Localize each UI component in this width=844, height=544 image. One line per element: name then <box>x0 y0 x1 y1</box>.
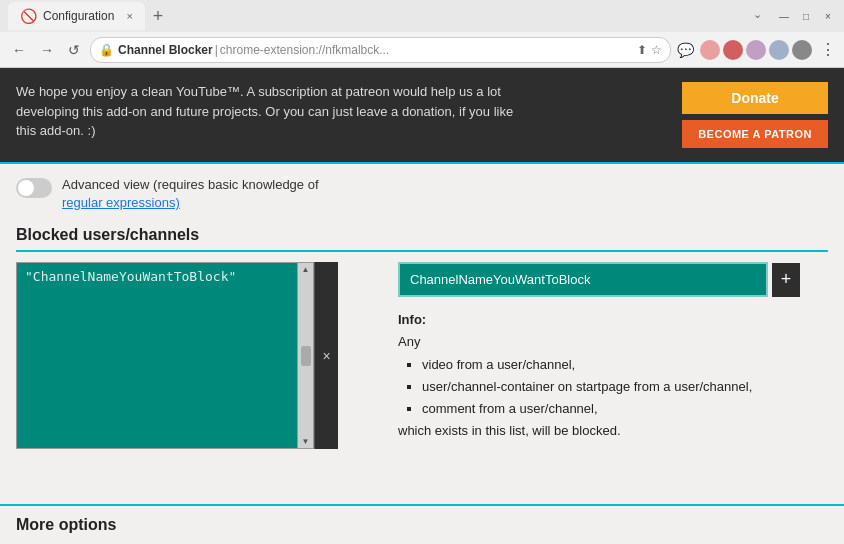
browser-menu-button[interactable]: ⋮ <box>820 40 836 59</box>
lock-icon: 🔒 <box>99 43 114 57</box>
scroll-up-arrow[interactable]: ▲ <box>302 265 310 274</box>
profile-dot-4[interactable] <box>769 40 789 60</box>
extension-icon: 🚫 <box>20 8 37 24</box>
channel-list-wrapper: "ChannelNameYouWantToBlock" ▲ ▼ × <box>16 262 338 449</box>
advanced-toggle-row: Advanced view (requires basic knowledge … <box>16 176 828 212</box>
advanced-label-text: Advanced view (requires basic knowledge … <box>62 177 319 192</box>
profile-dot-3[interactable] <box>746 40 766 60</box>
page-content: We hope you enjoy a clean YouTube™. A su… <box>0 68 844 544</box>
banner-buttons: Donate BECOME A PATRON <box>682 82 828 148</box>
profile-dot-2[interactable] <box>723 40 743 60</box>
chat-icon[interactable]: 💬 <box>677 42 694 58</box>
blocked-area: "ChannelNameYouWantToBlock" ▲ ▼ × + <box>16 262 828 449</box>
bookmark-icon[interactable]: ☆ <box>651 43 662 57</box>
address-separator: | <box>215 43 218 57</box>
add-channel-button[interactable]: + <box>772 263 800 297</box>
profile-dots <box>700 40 812 60</box>
donation-banner: We hope you enjoy a clean YouTube™. A su… <box>0 68 844 164</box>
forward-button[interactable]: → <box>36 38 58 62</box>
toggle-slider <box>16 178 52 198</box>
advanced-view-toggle[interactable] <box>16 178 52 198</box>
info-box: Info: Any video from a user/channel, use… <box>398 309 828 442</box>
list-item: "ChannelNameYouWantToBlock" <box>21 267 293 286</box>
main-area: Advanced view (requires basic knowledge … <box>0 164 844 504</box>
tab-title: Configuration <box>43 9 114 23</box>
info-footer: which exists in this list, will be block… <box>398 423 621 438</box>
minimize-button[interactable]: — <box>776 8 792 24</box>
info-item-1: video from a user/channel, <box>422 354 828 376</box>
donate-button[interactable]: Donate <box>682 82 828 114</box>
info-item-2: user/channel-container on startpage from… <box>422 376 828 398</box>
share-icon[interactable]: ⬆ <box>637 43 647 57</box>
window-controls: ⌄ — □ × <box>753 8 836 24</box>
back-button[interactable]: ← <box>8 38 30 62</box>
scroll-thumb[interactable] <box>301 346 311 366</box>
channel-list[interactable]: "ChannelNameYouWantToBlock" <box>17 263 297 448</box>
profile-dot-1[interactable] <box>700 40 720 60</box>
maximize-button[interactable]: □ <box>798 8 814 24</box>
profile-dot-5[interactable] <box>792 40 812 60</box>
channel-name-input[interactable] <box>398 262 768 297</box>
blocked-section-title: Blocked users/channels <box>16 226 828 252</box>
tab-list-icon[interactable]: ⌄ <box>753 8 762 24</box>
address-actions: ⬆ ☆ <box>637 43 662 57</box>
reload-button[interactable]: ↺ <box>64 38 84 62</box>
info-label: Info: <box>398 312 426 327</box>
list-scrollbar: ▲ ▼ <box>297 263 313 448</box>
info-list: video from a user/channel, user/channel-… <box>422 354 828 420</box>
regex-link[interactable]: regular expressions) <box>62 195 180 210</box>
right-panel: + Info: Any video from a user/channel, u… <box>398 262 828 449</box>
advanced-label: Advanced view (requires basic knowledge … <box>62 176 319 212</box>
address-url: chrome-extension://nfkmalbck... <box>220 43 389 57</box>
browser-tab[interactable]: 🚫 Configuration × <box>8 2 145 30</box>
add-input-row: + <box>398 262 828 297</box>
become-patron-button[interactable]: BECOME A PATRON <box>682 120 828 148</box>
info-item-3: comment from a user/channel, <box>422 398 828 420</box>
address-bar[interactable]: 🔒 Channel Blocker | chrome-extension://n… <box>90 37 671 63</box>
more-options-section: More options <box>0 504 844 544</box>
banner-text: We hope you enjoy a clean YouTube™. A su… <box>16 82 516 141</box>
address-site-name: Channel Blocker <box>118 43 213 57</box>
delete-channel-button[interactable]: × <box>314 262 338 449</box>
channel-list-container: "ChannelNameYouWantToBlock" ▲ ▼ <box>16 262 314 449</box>
new-tab-button[interactable]: + <box>153 6 164 27</box>
navigation-bar: ← → ↺ 🔒 Channel Blocker | chrome-extensi… <box>0 32 844 68</box>
close-button[interactable]: × <box>820 8 836 24</box>
more-options-title: More options <box>16 516 828 534</box>
info-any: Any <box>398 334 420 349</box>
scroll-down-arrow[interactable]: ▼ <box>302 437 310 446</box>
tab-close-button[interactable]: × <box>126 10 132 22</box>
toggle-knob <box>18 180 34 196</box>
address-text: Channel Blocker | chrome-extension://nfk… <box>118 43 633 57</box>
